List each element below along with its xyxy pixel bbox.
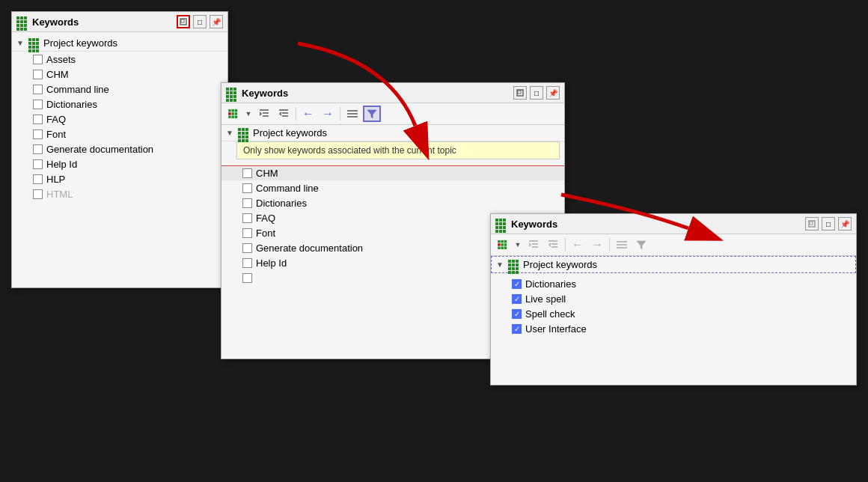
add-kw-dropdown-arrow[interactable]: ▼ xyxy=(243,106,254,122)
back-btn[interactable]: ← xyxy=(299,106,317,122)
restore-btn-2[interactable]: □ xyxy=(530,86,543,100)
indent-btn[interactable] xyxy=(255,106,273,122)
list-item[interactable]: ✓ Dictionaries xyxy=(491,276,856,291)
add-keyword-dropdown-3[interactable]: ▼ xyxy=(494,237,523,253)
back-btn-3[interactable]: ← xyxy=(569,237,587,253)
section-header-3: ▼ Project keywords xyxy=(491,256,856,273)
maximize-btn-2[interactable] xyxy=(513,86,527,100)
chevron-1[interactable]: ▼ xyxy=(16,39,25,47)
checkbox-dicts-2[interactable] xyxy=(242,198,252,208)
outdent-btn-3[interactable] xyxy=(544,237,562,253)
filter-btn[interactable] xyxy=(363,106,381,122)
list-item[interactable]: CHM xyxy=(12,67,227,82)
checkbox-spellcheck[interactable]: ✓ xyxy=(512,309,522,319)
outdent-btn[interactable] xyxy=(275,106,293,122)
list-item[interactable]: ✓ User Interface xyxy=(491,321,856,336)
add-keyword-dropdown[interactable]: ▼ xyxy=(224,106,254,122)
sep4 xyxy=(609,238,610,251)
list-item[interactable]: Assets xyxy=(12,52,227,67)
pin-btn-2[interactable]: 📌 xyxy=(546,86,560,100)
keywords-icon-3 xyxy=(495,219,507,229)
panel3-controls: □ 📌 xyxy=(805,217,852,231)
list-item[interactable]: HLP xyxy=(12,171,227,186)
list-item[interactable]: CHM xyxy=(221,165,564,180)
panel2-controls: □ 📌 xyxy=(513,86,560,100)
svg-rect-3 xyxy=(518,91,521,94)
sep2 xyxy=(340,107,340,120)
checkbox-dicts-3[interactable]: ✓ xyxy=(512,279,522,289)
keywords-icon-1 xyxy=(16,16,28,27)
list-item[interactable]: Command line xyxy=(12,82,227,97)
list-item[interactable]: HTML xyxy=(12,186,227,201)
checkbox-more[interactable] xyxy=(242,273,252,283)
maximize-btn-1[interactable] xyxy=(177,15,190,28)
checkbox-chm-2[interactable] xyxy=(242,168,252,178)
forward-btn-3[interactable]: → xyxy=(588,237,606,253)
list-btn[interactable] xyxy=(343,106,361,122)
list-item[interactable]: FAQ xyxy=(12,112,227,126)
list-item[interactable]: Dictionaries xyxy=(221,195,564,210)
panel-keywords-3: Keywords □ 📌 ▼ xyxy=(490,213,857,385)
checkbox-assets[interactable] xyxy=(33,55,43,64)
filter-icon-3 xyxy=(636,240,647,250)
sep3 xyxy=(565,238,566,251)
titlebar-3: Keywords □ 📌 xyxy=(491,214,856,234)
list-item[interactable]: Help Id xyxy=(12,156,227,171)
list-btn-3[interactable] xyxy=(613,237,631,253)
checkbox-livespell[interactable]: ✓ xyxy=(512,294,522,304)
indent-btn-3[interactable] xyxy=(525,237,542,253)
add-kw-icon-3 xyxy=(498,240,508,249)
checkbox-cmdline[interactable] xyxy=(33,85,43,94)
forward-btn[interactable]: → xyxy=(319,106,337,122)
keywords-icon-2 xyxy=(226,88,238,98)
tooltip-filter: Only show keywords associated with the c… xyxy=(236,141,560,159)
tree-3: ✓ Dictionaries ✓ Live spell ✓ Spell chec… xyxy=(491,273,856,339)
add-keyword-btn-3[interactable] xyxy=(494,237,512,253)
section-icon-3 xyxy=(508,260,520,270)
list-item[interactable]: Font xyxy=(12,126,227,141)
tree-1: ▼ Project keywords Assets CHM Command li… xyxy=(12,32,227,204)
chevron-2[interactable]: ▼ xyxy=(226,129,235,137)
checkbox-dicts[interactable] xyxy=(33,100,43,109)
panel-keywords-1: Keywords □ 📌 ▼ Project keywords xyxy=(11,11,228,288)
list-item[interactable]: Generate documentation xyxy=(12,141,227,156)
add-kw-icon xyxy=(228,109,239,118)
checkbox-html[interactable] xyxy=(33,189,43,199)
panel2-title: Keywords xyxy=(226,88,509,99)
checkbox-gendoc[interactable] xyxy=(33,144,43,154)
checkbox-helpid-2[interactable] xyxy=(242,258,252,268)
section-icon-1 xyxy=(28,38,40,49)
checkbox-font[interactable] xyxy=(33,129,43,139)
pin-btn-3[interactable]: 📌 xyxy=(838,217,852,231)
toolbar-3: ▼ ← → xyxy=(491,234,856,256)
checkbox-font-2[interactable] xyxy=(242,228,252,238)
add-keyword-btn[interactable] xyxy=(224,106,242,122)
maximize-btn-3[interactable] xyxy=(805,217,819,231)
restore-btn-3[interactable]: □ xyxy=(822,217,835,231)
chevron-3[interactable]: ▼ xyxy=(496,260,505,269)
checkbox-helpid[interactable] xyxy=(33,159,43,169)
panel1-title: Keywords xyxy=(16,16,172,28)
checkbox-faq[interactable] xyxy=(33,115,43,124)
checkbox-cmdline-2[interactable] xyxy=(242,183,252,193)
section-header-2: ▼ Project keywords xyxy=(221,125,564,141)
checkbox-chm[interactable] xyxy=(33,70,43,79)
svg-marker-25 xyxy=(637,241,646,249)
sep1 xyxy=(296,107,296,120)
checkbox-hlp[interactable] xyxy=(33,174,43,184)
checkbox-gendoc-2[interactable] xyxy=(242,243,252,253)
checkbox-ui[interactable]: ✓ xyxy=(512,324,522,334)
checkbox-faq-2[interactable] xyxy=(242,213,252,223)
list-item[interactable]: ✓ Live spell xyxy=(491,291,856,306)
list-item[interactable]: Command line xyxy=(221,180,564,195)
section-icon-2 xyxy=(238,128,250,138)
list-item[interactable]: Dictionaries xyxy=(12,97,227,112)
svg-rect-1 xyxy=(181,19,184,22)
add-kw-dropdown-arrow-3[interactable]: ▼ xyxy=(513,237,523,253)
restore-btn-1[interactable]: □ xyxy=(193,15,207,28)
toolbar-2: ▼ ← → xyxy=(221,103,564,125)
pin-btn-1[interactable]: 📌 xyxy=(210,15,223,28)
list-item[interactable]: ✓ Spell check xyxy=(491,306,856,321)
section-header-1: ▼ Project keywords xyxy=(12,35,227,52)
filter-btn-3[interactable] xyxy=(632,237,650,253)
